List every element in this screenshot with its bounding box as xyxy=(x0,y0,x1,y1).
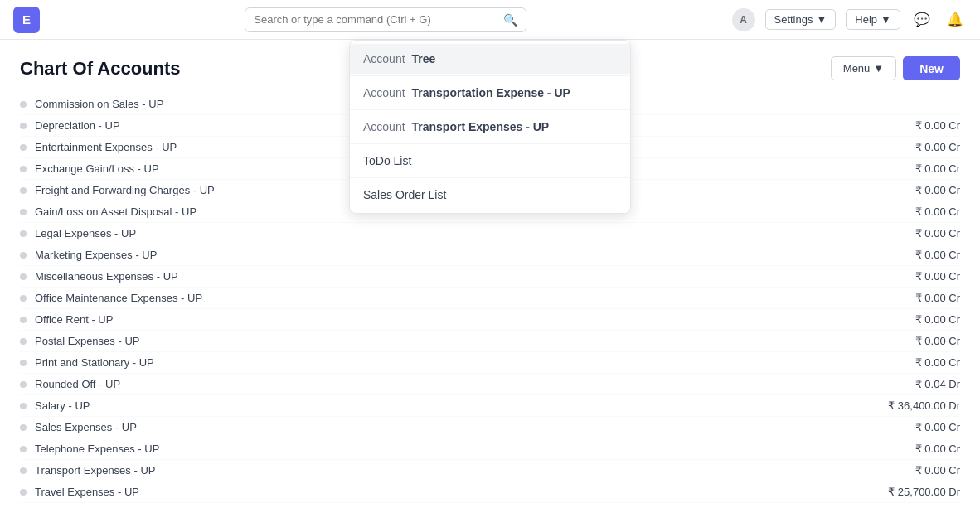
dropdown-item-todo-list[interactable]: ToDo List xyxy=(350,146,630,176)
account-amount: ₹ 25,700.00 Dr xyxy=(888,486,960,498)
account-name: Gain/Loss on Asset Disposal - UP xyxy=(35,206,196,218)
account-amount: ₹ 0.00 Cr xyxy=(915,292,960,304)
header-actions: Menu ▼ New xyxy=(831,56,960,80)
table-row[interactable]: Office Rent - UP₹ 0.00 Cr xyxy=(20,309,960,331)
menu-button[interactable]: Menu ▼ xyxy=(831,56,896,80)
account-name: Salary - UP xyxy=(35,399,90,412)
status-dot xyxy=(20,360,27,366)
account-name: Freight and Forwarding Charges - UP xyxy=(35,184,215,196)
settings-label: Settings xyxy=(774,13,813,26)
status-dot xyxy=(20,144,27,151)
app-icon[interactable]: E xyxy=(13,7,40,33)
dropdown-prefix-1: Account xyxy=(363,52,408,65)
dropdown-value-3: Transport Expenses - UP xyxy=(411,120,549,133)
dropdown-item-transport-expenses[interactable]: Account Transport Expenses - UP xyxy=(350,112,630,142)
status-dot xyxy=(20,338,27,345)
account-name: Exchange Gain/Loss - UP xyxy=(35,162,159,175)
status-dot xyxy=(20,467,27,474)
account-amount: ₹ 0.00 Cr xyxy=(915,335,960,347)
menu-label: Menu xyxy=(843,62,871,75)
dropdown-value-1: Tree xyxy=(411,52,435,65)
table-row[interactable]: Sales Expenses - UP₹ 0.00 Cr xyxy=(20,417,960,438)
dropdown-value-5: Sales Order List xyxy=(363,188,446,201)
avatar[interactable]: A xyxy=(732,8,755,31)
account-name: Rounded Off - UP xyxy=(35,378,120,390)
search-input[interactable] xyxy=(254,13,497,26)
account-amount: ₹ 0.00 Cr xyxy=(915,184,960,196)
help-label: Help xyxy=(855,13,877,26)
table-row[interactable]: Legal Expenses - UP₹ 0.00 Cr xyxy=(20,223,960,244)
table-row[interactable]: Salary - UP₹ 36,400.00 Dr xyxy=(20,395,960,417)
dropdown-value-2: Transportation Expense - UP xyxy=(411,86,570,99)
account-amount: ₹ 0.00 Cr xyxy=(915,119,960,132)
dropdown-prefix-3: Account xyxy=(363,120,408,133)
account-name: Entertainment Expenses - UP xyxy=(35,141,177,153)
account-name: Travel Expenses - UP xyxy=(35,486,139,498)
navbar: E 🔍 A Settings ▼ Help ▼ 💬 🔔 xyxy=(0,0,980,40)
account-amount: ₹ 0.00 Cr xyxy=(915,162,960,175)
settings-button[interactable]: Settings ▼ xyxy=(765,9,837,30)
status-dot xyxy=(20,187,27,194)
account-amount: ₹ 0.00 Cr xyxy=(915,464,960,477)
status-dot xyxy=(20,446,27,452)
dropdown-divider-1 xyxy=(350,75,630,76)
dropdown-divider-4 xyxy=(350,177,630,178)
search-icon: 🔍 xyxy=(503,13,517,27)
account-amount: ₹ 0.04 Dr xyxy=(915,378,960,390)
table-row[interactable]: Rounded Off - UP₹ 0.04 Dr xyxy=(20,374,960,395)
status-dot xyxy=(20,123,27,129)
navbar-right: A Settings ▼ Help ▼ 💬 🔔 xyxy=(732,8,967,31)
status-dot xyxy=(20,252,27,259)
dropdown-item-transportation-expense[interactable]: Account Transportation Expense - UP xyxy=(350,78,630,108)
navbar-center: 🔍 xyxy=(245,7,526,32)
account-amount: ₹ 0.00 Cr xyxy=(915,356,960,369)
status-dot xyxy=(20,273,27,280)
dropdown-item-account-tree[interactable]: Account Tree xyxy=(350,44,630,74)
table-row[interactable]: Utility Expenses - UP₹ 0.00 Cr xyxy=(20,503,960,508)
table-row[interactable]: Print and Stationary - UP₹ 0.00 Cr xyxy=(20,352,960,374)
account-name: Transport Expenses - UP xyxy=(35,464,155,477)
status-dot xyxy=(20,209,27,215)
status-dot xyxy=(20,230,27,237)
table-row[interactable]: Telephone Expenses - UP₹ 0.00 Cr xyxy=(20,438,960,460)
table-row[interactable]: Marketing Expenses - UP₹ 0.00 Cr xyxy=(20,244,960,266)
table-row[interactable]: Office Maintenance Expenses - UP₹ 0.00 C… xyxy=(20,288,960,309)
table-row[interactable]: Travel Expenses - UP₹ 25,700.00 Dr xyxy=(20,481,960,503)
account-name: Miscellaneous Expenses - UP xyxy=(35,270,178,283)
account-name: Print and Stationary - UP xyxy=(35,356,154,369)
account-name: Postal Expenses - UP xyxy=(35,335,139,347)
status-dot xyxy=(20,101,27,108)
table-row[interactable]: Miscellaneous Expenses - UP₹ 0.00 Cr xyxy=(20,266,960,288)
dropdown-prefix-2: Account xyxy=(363,86,408,99)
account-amount: ₹ 0.00 Cr xyxy=(915,443,960,455)
account-amount: ₹ 0.00 Cr xyxy=(915,270,960,283)
account-name: Commission on Sales - UP xyxy=(35,98,163,110)
help-button[interactable]: Help ▼ xyxy=(846,9,900,30)
app-icon-label: E xyxy=(22,12,31,27)
status-dot xyxy=(20,381,27,388)
status-dot xyxy=(20,424,27,431)
status-dot xyxy=(20,317,27,323)
account-name: Sales Expenses - UP xyxy=(35,421,137,433)
account-amount: ₹ 36,400.00 Dr xyxy=(888,399,960,412)
account-name: Telephone Expenses - UP xyxy=(35,443,159,455)
account-amount: ₹ 0.00 Cr xyxy=(915,141,960,153)
avatar-label: A xyxy=(740,14,747,26)
dropdown-divider-2 xyxy=(350,109,630,110)
account-amount: ₹ 0.00 Cr xyxy=(915,249,960,261)
status-dot xyxy=(20,403,27,409)
new-label: New xyxy=(919,62,944,75)
account-amount: ₹ 0.00 Cr xyxy=(915,227,960,239)
new-button[interactable]: New xyxy=(903,56,960,80)
account-name: Office Rent - UP xyxy=(35,313,113,326)
chat-icon-button[interactable]: 💬 xyxy=(910,8,934,31)
notification-icon-button[interactable]: 🔔 xyxy=(944,8,967,31)
table-row[interactable]: Transport Expenses - UP₹ 0.00 Cr xyxy=(20,460,960,481)
dropdown-item-sales-order-list[interactable]: Sales Order List xyxy=(350,180,630,210)
chevron-down-icon: ▼ xyxy=(873,62,884,75)
account-amount: ₹ 0.00 Cr xyxy=(915,421,960,433)
table-row[interactable]: Postal Expenses - UP₹ 0.00 Cr xyxy=(20,331,960,352)
account-amount: ₹ 0.00 Cr xyxy=(915,313,960,326)
navbar-left: E xyxy=(13,7,40,33)
dropdown-value-4: ToDo List xyxy=(363,154,411,167)
